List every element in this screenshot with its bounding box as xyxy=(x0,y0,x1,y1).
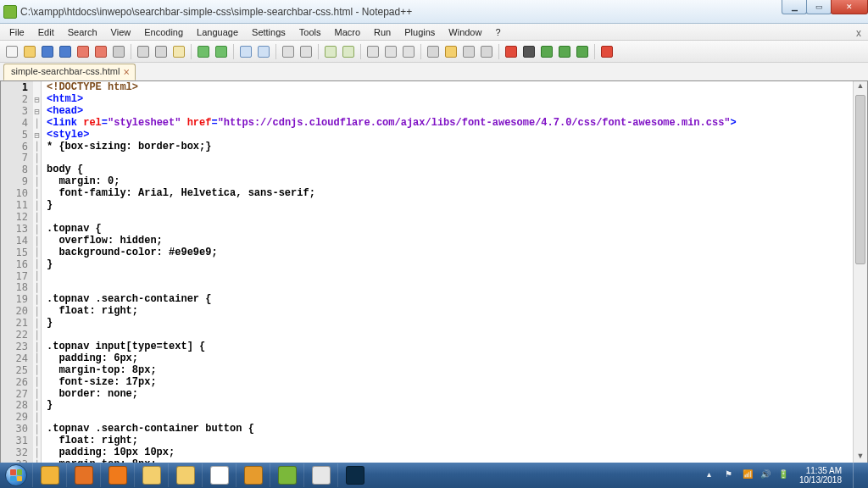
menu-language[interactable]: Language xyxy=(191,25,244,39)
window-close-button[interactable]: ✕ xyxy=(831,0,868,14)
code-line: padding: 10px 10px; xyxy=(47,447,853,459)
open-button[interactable] xyxy=(22,44,37,59)
toolbar-separator xyxy=(233,44,234,59)
tab-close-icon[interactable]: ⨯ xyxy=(123,67,131,75)
fold-column: ⊟⊟│⊟││││││││││││││││││││││││││││ xyxy=(33,81,42,465)
code-line: font-size: 17px; xyxy=(47,377,853,389)
title-bar: C:\xampp\htdocs\inwepo\searchbar-simple-… xyxy=(0,0,868,24)
vlc-task-button[interactable] xyxy=(100,463,134,487)
tray-chevron-icon[interactable]: ▴ xyxy=(707,469,719,481)
record-button[interactable] xyxy=(504,44,519,59)
copy-button[interactable] xyxy=(153,44,169,59)
menu-edit[interactable]: Edit xyxy=(32,25,60,39)
find-button[interactable] xyxy=(238,44,253,59)
winamp-task-button[interactable] xyxy=(32,463,66,487)
play-icon xyxy=(541,46,553,58)
vertical-scrollbar[interactable]: ▲ ▼ xyxy=(853,81,867,465)
new-button[interactable] xyxy=(4,44,19,59)
menu-macro[interactable]: Macro xyxy=(328,25,366,39)
code-line: padding: 6px; xyxy=(47,353,853,365)
print-icon xyxy=(113,46,125,58)
save-icon xyxy=(42,46,53,58)
menu-tools[interactable]: Tools xyxy=(293,25,327,39)
sublime-icon xyxy=(244,466,263,485)
menu-encoding[interactable]: Encoding xyxy=(138,25,189,39)
firefox-task-button[interactable] xyxy=(66,463,100,487)
code-line: <style> xyxy=(47,130,853,141)
playmulti-button[interactable] xyxy=(557,44,572,59)
sync-v-button[interactable] xyxy=(323,44,338,59)
menu-run[interactable]: Run xyxy=(368,25,397,39)
menu-help[interactable]: ? xyxy=(489,25,506,39)
funclist-button[interactable] xyxy=(461,44,476,59)
stop-button[interactable] xyxy=(521,44,537,59)
ps-task-button[interactable] xyxy=(337,463,371,487)
code-line: * {box-sizing: border-box;} xyxy=(47,141,853,153)
code-line: .topnav .search-container { xyxy=(47,294,853,306)
window-title: C:\xampp\htdocs\inwepo\searchbar-simple-… xyxy=(20,6,412,18)
taskbar-clock[interactable]: 11:35 AM 10/13/2018 xyxy=(796,466,842,485)
tray-flag-icon[interactable]: ⚑ xyxy=(725,469,737,481)
menu-view[interactable]: View xyxy=(105,25,137,39)
closeall-icon xyxy=(95,46,107,58)
folderview-button[interactable] xyxy=(443,44,459,59)
replace-icon xyxy=(258,46,270,58)
scroll-up-arrow-icon[interactable]: ▲ xyxy=(854,81,867,95)
chrome-icon xyxy=(210,466,229,485)
npp-task-button[interactable] xyxy=(270,463,303,487)
sync-h-button[interactable] xyxy=(341,44,356,59)
code-line: float: right; xyxy=(47,435,853,447)
save-button[interactable] xyxy=(40,44,55,59)
indent-button[interactable] xyxy=(401,44,416,59)
document-tab[interactable]: simple-searchbar-css.html ⨯ xyxy=(3,64,136,80)
windows-taskbar: ▴ ⚑ 📶 🔊 🔋 11:35 AM 10/13/2018 xyxy=(0,463,868,488)
code-line: } xyxy=(47,200,853,212)
zoomout-button[interactable] xyxy=(298,44,314,59)
menu-window[interactable]: Window xyxy=(442,25,487,39)
allchars-button[interactable] xyxy=(383,44,398,59)
closeall-button[interactable] xyxy=(93,44,108,59)
sublime-task-button[interactable] xyxy=(236,463,270,487)
record-icon xyxy=(505,46,517,58)
undo-button[interactable] xyxy=(196,44,211,59)
secondary-close-icon[interactable]: x xyxy=(853,27,865,39)
tray-network-icon[interactable]: 📶 xyxy=(743,469,754,481)
code-line xyxy=(47,282,853,294)
allchars-icon xyxy=(385,46,397,58)
print-button[interactable] xyxy=(111,44,126,59)
savemacro-button[interactable] xyxy=(575,44,590,59)
explorer2-task-button[interactable] xyxy=(168,463,202,487)
redo-button[interactable] xyxy=(214,44,229,59)
minimize-button[interactable]: ▁ xyxy=(782,0,807,14)
play-button[interactable] xyxy=(539,44,554,59)
code-editor[interactable]: <!DOCTYPE html><html><head><link rel="st… xyxy=(42,81,853,465)
explorer-task-button[interactable] xyxy=(134,463,168,487)
start-button[interactable] xyxy=(0,463,32,488)
zoomin-button[interactable] xyxy=(281,44,296,59)
close-button[interactable] xyxy=(75,44,91,59)
code-line: font-family: Arial, Helvetica, sans-seri… xyxy=(47,188,853,200)
show-desktop-button[interactable] xyxy=(853,463,861,488)
spellcheck-button[interactable] xyxy=(599,44,615,59)
code-line: <html> xyxy=(47,94,853,106)
paste-button[interactable] xyxy=(171,44,186,59)
saveall-button[interactable] xyxy=(58,44,73,59)
spellcheck-icon xyxy=(601,46,613,58)
paint-task-button[interactable] xyxy=(303,463,337,487)
cut-button[interactable] xyxy=(136,44,151,59)
menu-search[interactable]: Search xyxy=(62,25,103,39)
windows-logo-icon xyxy=(5,464,27,486)
chrome-task-button[interactable] xyxy=(202,463,236,487)
replace-button[interactable] xyxy=(256,44,271,59)
menu-file[interactable]: File xyxy=(3,25,31,39)
langpick-button[interactable] xyxy=(426,44,441,59)
wrap-button[interactable] xyxy=(365,44,381,59)
code-line: margin: 0; xyxy=(47,176,853,188)
tray-volume-icon[interactable]: 🔊 xyxy=(760,469,772,481)
docmap-button[interactable] xyxy=(479,44,494,59)
maximize-button[interactable]: ▭ xyxy=(806,0,832,14)
vscroll-thumb[interactable] xyxy=(855,95,865,264)
tray-battery-icon[interactable]: 🔋 xyxy=(778,469,790,481)
menu-plugins[interactable]: Plugins xyxy=(398,25,441,39)
menu-settings[interactable]: Settings xyxy=(246,25,292,39)
